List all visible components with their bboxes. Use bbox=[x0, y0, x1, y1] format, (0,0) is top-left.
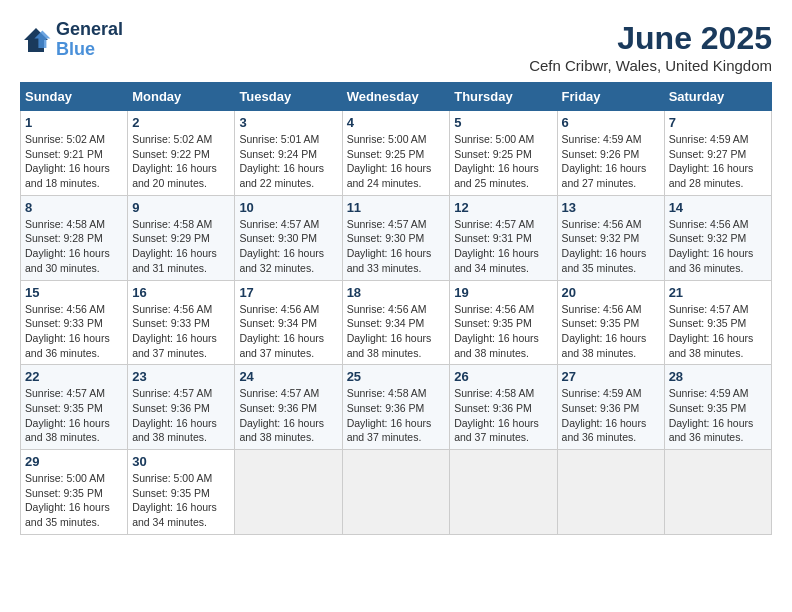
day-info: Sunrise: 4:57 AM Sunset: 9:31 PM Dayligh… bbox=[454, 217, 552, 276]
day-info: Sunrise: 5:02 AM Sunset: 9:21 PM Dayligh… bbox=[25, 132, 123, 191]
location-title: Cefn Cribwr, Wales, United Kingdom bbox=[529, 57, 772, 74]
day-info: Sunrise: 5:00 AM Sunset: 9:35 PM Dayligh… bbox=[132, 471, 230, 530]
day-info: Sunrise: 5:00 AM Sunset: 9:25 PM Dayligh… bbox=[347, 132, 446, 191]
day-info: Sunrise: 4:58 AM Sunset: 9:29 PM Dayligh… bbox=[132, 217, 230, 276]
calendar-cell: 29 Sunrise: 5:00 AM Sunset: 9:35 PM Dayl… bbox=[21, 450, 128, 535]
calendar-cell bbox=[342, 450, 450, 535]
day-info: Sunrise: 4:59 AM Sunset: 9:26 PM Dayligh… bbox=[562, 132, 660, 191]
day-number: 23 bbox=[132, 369, 230, 384]
day-number: 19 bbox=[454, 285, 552, 300]
day-info: Sunrise: 4:56 AM Sunset: 9:32 PM Dayligh… bbox=[669, 217, 767, 276]
calendar-cell bbox=[557, 450, 664, 535]
weekday-header-monday: Monday bbox=[128, 83, 235, 111]
calendar-cell: 17 Sunrise: 4:56 AM Sunset: 9:34 PM Dayl… bbox=[235, 280, 342, 365]
calendar-cell: 16 Sunrise: 4:56 AM Sunset: 9:33 PM Dayl… bbox=[128, 280, 235, 365]
calendar-cell: 19 Sunrise: 4:56 AM Sunset: 9:35 PM Dayl… bbox=[450, 280, 557, 365]
day-number: 5 bbox=[454, 115, 552, 130]
day-number: 28 bbox=[669, 369, 767, 384]
calendar-cell: 23 Sunrise: 4:57 AM Sunset: 9:36 PM Dayl… bbox=[128, 365, 235, 450]
day-number: 1 bbox=[25, 115, 123, 130]
calendar-week-1: 1 Sunrise: 5:02 AM Sunset: 9:21 PM Dayli… bbox=[21, 111, 772, 196]
day-info: Sunrise: 4:56 AM Sunset: 9:34 PM Dayligh… bbox=[347, 302, 446, 361]
weekday-header-sunday: Sunday bbox=[21, 83, 128, 111]
calendar-table: SundayMondayTuesdayWednesdayThursdayFrid… bbox=[20, 82, 772, 535]
day-info: Sunrise: 4:56 AM Sunset: 9:34 PM Dayligh… bbox=[239, 302, 337, 361]
day-number: 9 bbox=[132, 200, 230, 215]
calendar-cell: 20 Sunrise: 4:56 AM Sunset: 9:35 PM Dayl… bbox=[557, 280, 664, 365]
day-info: Sunrise: 5:00 AM Sunset: 9:35 PM Dayligh… bbox=[25, 471, 123, 530]
day-number: 4 bbox=[347, 115, 446, 130]
calendar-cell: 11 Sunrise: 4:57 AM Sunset: 9:30 PM Dayl… bbox=[342, 195, 450, 280]
calendar-cell: 8 Sunrise: 4:58 AM Sunset: 9:28 PM Dayli… bbox=[21, 195, 128, 280]
calendar-cell: 3 Sunrise: 5:01 AM Sunset: 9:24 PM Dayli… bbox=[235, 111, 342, 196]
day-number: 16 bbox=[132, 285, 230, 300]
day-number: 12 bbox=[454, 200, 552, 215]
calendar-cell: 15 Sunrise: 4:56 AM Sunset: 9:33 PM Dayl… bbox=[21, 280, 128, 365]
calendar-cell: 14 Sunrise: 4:56 AM Sunset: 9:32 PM Dayl… bbox=[664, 195, 771, 280]
day-info: Sunrise: 5:02 AM Sunset: 9:22 PM Dayligh… bbox=[132, 132, 230, 191]
weekday-header-friday: Friday bbox=[557, 83, 664, 111]
day-number: 24 bbox=[239, 369, 337, 384]
day-number: 22 bbox=[25, 369, 123, 384]
calendar-cell: 4 Sunrise: 5:00 AM Sunset: 9:25 PM Dayli… bbox=[342, 111, 450, 196]
calendar-cell: 30 Sunrise: 5:00 AM Sunset: 9:35 PM Dayl… bbox=[128, 450, 235, 535]
calendar-week-4: 22 Sunrise: 4:57 AM Sunset: 9:35 PM Dayl… bbox=[21, 365, 772, 450]
calendar-cell: 28 Sunrise: 4:59 AM Sunset: 9:35 PM Dayl… bbox=[664, 365, 771, 450]
day-info: Sunrise: 4:56 AM Sunset: 9:32 PM Dayligh… bbox=[562, 217, 660, 276]
calendar-cell: 24 Sunrise: 4:57 AM Sunset: 9:36 PM Dayl… bbox=[235, 365, 342, 450]
day-number: 3 bbox=[239, 115, 337, 130]
calendar-cell: 5 Sunrise: 5:00 AM Sunset: 9:25 PM Dayli… bbox=[450, 111, 557, 196]
logo-text: General Blue bbox=[56, 20, 123, 60]
day-number: 13 bbox=[562, 200, 660, 215]
calendar-body: 1 Sunrise: 5:02 AM Sunset: 9:21 PM Dayli… bbox=[21, 111, 772, 535]
day-number: 17 bbox=[239, 285, 337, 300]
day-number: 11 bbox=[347, 200, 446, 215]
title-area: June 2025 Cefn Cribwr, Wales, United Kin… bbox=[529, 20, 772, 74]
day-number: 27 bbox=[562, 369, 660, 384]
day-info: Sunrise: 4:57 AM Sunset: 9:30 PM Dayligh… bbox=[347, 217, 446, 276]
day-info: Sunrise: 4:57 AM Sunset: 9:35 PM Dayligh… bbox=[25, 386, 123, 445]
calendar-cell: 25 Sunrise: 4:58 AM Sunset: 9:36 PM Dayl… bbox=[342, 365, 450, 450]
calendar-cell: 1 Sunrise: 5:02 AM Sunset: 9:21 PM Dayli… bbox=[21, 111, 128, 196]
day-number: 20 bbox=[562, 285, 660, 300]
day-number: 18 bbox=[347, 285, 446, 300]
day-number: 8 bbox=[25, 200, 123, 215]
calendar-cell: 2 Sunrise: 5:02 AM Sunset: 9:22 PM Dayli… bbox=[128, 111, 235, 196]
calendar-cell: 21 Sunrise: 4:57 AM Sunset: 9:35 PM Dayl… bbox=[664, 280, 771, 365]
day-number: 14 bbox=[669, 200, 767, 215]
day-info: Sunrise: 4:59 AM Sunset: 9:36 PM Dayligh… bbox=[562, 386, 660, 445]
weekday-header-thursday: Thursday bbox=[450, 83, 557, 111]
day-number: 2 bbox=[132, 115, 230, 130]
logo: General Blue bbox=[20, 20, 123, 60]
weekday-header-wednesday: Wednesday bbox=[342, 83, 450, 111]
day-info: Sunrise: 4:59 AM Sunset: 9:27 PM Dayligh… bbox=[669, 132, 767, 191]
day-info: Sunrise: 4:58 AM Sunset: 9:28 PM Dayligh… bbox=[25, 217, 123, 276]
day-number: 26 bbox=[454, 369, 552, 384]
month-title: June 2025 bbox=[529, 20, 772, 57]
day-info: Sunrise: 5:00 AM Sunset: 9:25 PM Dayligh… bbox=[454, 132, 552, 191]
day-number: 30 bbox=[132, 454, 230, 469]
day-number: 7 bbox=[669, 115, 767, 130]
calendar-cell: 6 Sunrise: 4:59 AM Sunset: 9:26 PM Dayli… bbox=[557, 111, 664, 196]
calendar-cell bbox=[450, 450, 557, 535]
day-number: 29 bbox=[25, 454, 123, 469]
calendar-cell: 13 Sunrise: 4:56 AM Sunset: 9:32 PM Dayl… bbox=[557, 195, 664, 280]
calendar-cell bbox=[664, 450, 771, 535]
calendar-cell: 9 Sunrise: 4:58 AM Sunset: 9:29 PM Dayli… bbox=[128, 195, 235, 280]
day-info: Sunrise: 4:59 AM Sunset: 9:35 PM Dayligh… bbox=[669, 386, 767, 445]
day-info: Sunrise: 4:57 AM Sunset: 9:36 PM Dayligh… bbox=[132, 386, 230, 445]
day-number: 10 bbox=[239, 200, 337, 215]
day-number: 6 bbox=[562, 115, 660, 130]
calendar-cell: 26 Sunrise: 4:58 AM Sunset: 9:36 PM Dayl… bbox=[450, 365, 557, 450]
day-info: Sunrise: 4:57 AM Sunset: 9:30 PM Dayligh… bbox=[239, 217, 337, 276]
calendar-cell: 22 Sunrise: 4:57 AM Sunset: 9:35 PM Dayl… bbox=[21, 365, 128, 450]
day-info: Sunrise: 4:56 AM Sunset: 9:35 PM Dayligh… bbox=[562, 302, 660, 361]
day-info: Sunrise: 5:01 AM Sunset: 9:24 PM Dayligh… bbox=[239, 132, 337, 191]
day-info: Sunrise: 4:56 AM Sunset: 9:35 PM Dayligh… bbox=[454, 302, 552, 361]
calendar-week-3: 15 Sunrise: 4:56 AM Sunset: 9:33 PM Dayl… bbox=[21, 280, 772, 365]
calendar-header-row: SundayMondayTuesdayWednesdayThursdayFrid… bbox=[21, 83, 772, 111]
logo-icon bbox=[20, 24, 52, 56]
calendar-cell: 12 Sunrise: 4:57 AM Sunset: 9:31 PM Dayl… bbox=[450, 195, 557, 280]
day-number: 25 bbox=[347, 369, 446, 384]
calendar-week-2: 8 Sunrise: 4:58 AM Sunset: 9:28 PM Dayli… bbox=[21, 195, 772, 280]
